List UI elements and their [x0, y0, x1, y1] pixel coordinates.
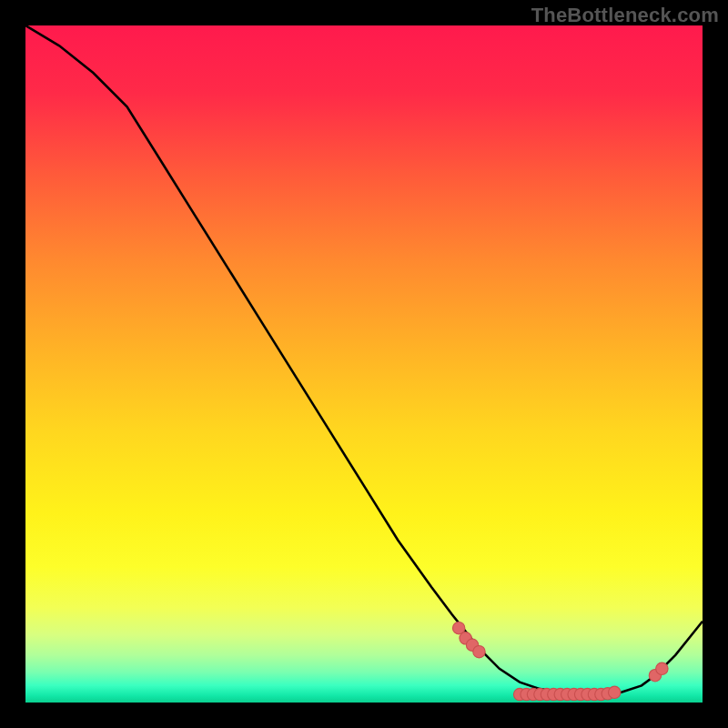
chart-frame: TheBottleneck.com — [0, 0, 728, 728]
data-marker — [473, 646, 485, 658]
data-marker — [609, 686, 621, 698]
data-marker — [656, 662, 668, 674]
watermark-text: TheBottleneck.com — [531, 4, 719, 27]
bottleneck-curve — [25, 25, 703, 694]
plot-area — [25, 25, 703, 703]
curve-layer — [25, 25, 703, 703]
